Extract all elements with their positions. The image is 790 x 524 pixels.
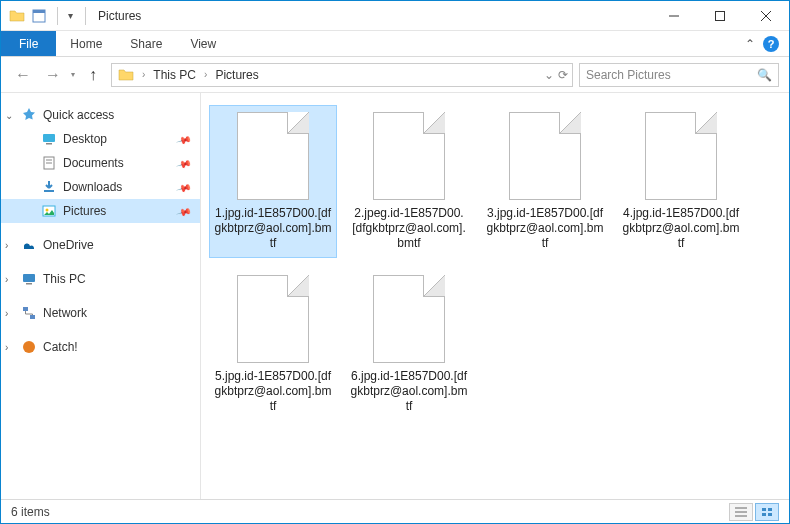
close-button[interactable] <box>743 1 789 31</box>
history-dropdown[interactable]: ▾ <box>71 70 75 79</box>
tab-share[interactable]: Share <box>116 31 176 56</box>
file-name: 4.jpg.id-1E857D00.[dfgkbtprz@aol.com].bm… <box>622 206 740 251</box>
breadcrumb-item-thispc[interactable]: This PC <box>151 68 198 82</box>
documents-icon <box>41 155 57 171</box>
pin-icon: 📌 <box>176 203 192 219</box>
file-icon <box>237 275 309 363</box>
location-folder-icon <box>118 67 134 83</box>
sidebar-quick-access[interactable]: ⌄ Quick access <box>1 103 200 127</box>
breadcrumb[interactable]: › This PC › Pictures ⌄ ⟳ <box>111 63 573 87</box>
pc-icon <box>21 271 37 287</box>
sidebar-item-label: Catch! <box>43 340 78 354</box>
sidebar-item-documents[interactable]: Documents📌 <box>1 151 200 175</box>
expander-icon[interactable]: › <box>5 240 15 251</box>
file-name: 1.jpg.id-1E857D00.[dfgkbtprz@aol.com].bm… <box>214 206 332 251</box>
svg-rect-25 <box>768 513 772 516</box>
content-pane[interactable]: 1.jpg.id-1E857D00.[dfgkbtprz@aol.com].bm… <box>201 93 789 499</box>
sidebar-network[interactable]: › Network <box>1 301 200 325</box>
file-item[interactable]: 6.jpg.id-1E857D00.[dfgkbtprz@aol.com].bm… <box>345 268 473 421</box>
folder-icon <box>9 8 25 24</box>
details-view-button[interactable] <box>729 503 753 521</box>
refresh-icon[interactable]: ⟳ <box>558 68 568 82</box>
file-name: 6.jpg.id-1E857D00.[dfgkbtprz@aol.com].bm… <box>350 369 468 414</box>
svg-rect-23 <box>768 508 772 511</box>
tab-view[interactable]: View <box>176 31 230 56</box>
maximize-button[interactable] <box>697 1 743 31</box>
title-separator <box>85 7 86 25</box>
file-tab[interactable]: File <box>1 31 56 56</box>
svg-rect-1 <box>33 10 45 13</box>
minimize-button[interactable] <box>651 1 697 31</box>
pin-icon: 📌 <box>176 179 192 195</box>
file-icon <box>237 112 309 200</box>
catch-icon <box>21 339 37 355</box>
svg-rect-24 <box>762 513 766 516</box>
network-icon <box>21 305 37 321</box>
file-icon <box>373 275 445 363</box>
sidebar-item-downloads[interactable]: Downloads📌 <box>1 175 200 199</box>
svg-rect-17 <box>30 315 35 319</box>
search-input[interactable] <box>586 68 751 82</box>
forward-button[interactable]: → <box>41 63 65 87</box>
onedrive-icon <box>21 237 37 253</box>
svg-rect-16 <box>23 307 28 311</box>
main: ⌄ Quick access Desktop📌Documents📌Downloa… <box>1 93 789 499</box>
svg-rect-22 <box>762 508 766 511</box>
svg-rect-6 <box>43 134 55 142</box>
svg-rect-7 <box>46 143 52 145</box>
tab-home[interactable]: Home <box>56 31 116 56</box>
pin-icon: 📌 <box>176 131 192 147</box>
file-item[interactable]: 5.jpg.id-1E857D00.[dfgkbtprz@aol.com].bm… <box>209 268 337 421</box>
chevron-right-icon[interactable]: › <box>200 69 211 80</box>
svg-rect-11 <box>44 190 54 192</box>
expander-icon[interactable]: › <box>5 342 15 353</box>
breadcrumb-dropdown-icon[interactable]: ⌄ <box>544 68 554 82</box>
file-name: 3.jpg.id-1E857D00.[dfgkbtprz@aol.com].bm… <box>486 206 604 251</box>
file-item[interactable]: 1.jpg.id-1E857D00.[dfgkbtprz@aol.com].bm… <box>209 105 337 258</box>
sidebar-thispc[interactable]: › This PC <box>1 267 200 291</box>
file-item[interactable]: 3.jpg.id-1E857D00.[dfgkbtprz@aol.com].bm… <box>481 105 609 258</box>
icons-view-button[interactable] <box>755 503 779 521</box>
titlebar: ▾ Pictures <box>1 1 789 31</box>
sidebar-item-label: Desktop <box>63 132 107 146</box>
chevron-right-icon[interactable]: › <box>138 69 149 80</box>
help-icon[interactable]: ? <box>763 36 779 52</box>
expander-icon[interactable]: › <box>5 274 15 285</box>
desktop-icon <box>41 131 57 147</box>
ribbon-collapse-icon[interactable]: ⌃ <box>745 37 755 51</box>
sidebar-item-label: This PC <box>43 272 86 286</box>
sidebar-item-label: Pictures <box>63 204 106 218</box>
file-icon <box>509 112 581 200</box>
file-name: 2.jpeg.id-1E857D00.[dfgkbtprz@aol.com].b… <box>350 206 468 251</box>
pictures-icon <box>41 203 57 219</box>
expander-icon[interactable]: › <box>5 308 15 319</box>
sidebar-item-pictures[interactable]: Pictures📌 <box>1 199 200 223</box>
sidebar-catch[interactable]: › Catch! <box>1 335 200 359</box>
back-button[interactable]: ← <box>11 63 35 87</box>
file-icon <box>645 112 717 200</box>
search-icon: 🔍 <box>757 68 772 82</box>
downloads-icon <box>41 179 57 195</box>
sidebar-item-label: Network <box>43 306 87 320</box>
properties-icon[interactable] <box>31 8 47 24</box>
sidebar-onedrive[interactable]: › OneDrive <box>1 233 200 257</box>
statusbar: 6 items <box>1 499 789 523</box>
breadcrumb-item-pictures[interactable]: Pictures <box>213 68 260 82</box>
svg-rect-3 <box>716 11 725 20</box>
up-button[interactable]: ↑ <box>81 63 105 87</box>
search-box[interactable]: 🔍 <box>579 63 779 87</box>
status-count: 6 items <box>11 505 50 519</box>
expander-icon[interactable]: ⌄ <box>5 110 15 121</box>
file-name: 5.jpg.id-1E857D00.[dfgkbtprz@aol.com].bm… <box>214 369 332 414</box>
qat-customize-arrow[interactable]: ▾ <box>68 10 73 21</box>
svg-rect-15 <box>26 283 32 285</box>
svg-point-13 <box>46 209 49 212</box>
file-item[interactable]: 2.jpeg.id-1E857D00.[dfgkbtprz@aol.com].b… <box>345 105 473 258</box>
sidebar-item-label: OneDrive <box>43 238 94 252</box>
file-item[interactable]: 4.jpg.id-1E857D00.[dfgkbtprz@aol.com].bm… <box>617 105 745 258</box>
svg-rect-14 <box>23 274 35 282</box>
pin-icon: 📌 <box>176 155 192 171</box>
star-icon <box>21 107 37 123</box>
sidebar-item-desktop[interactable]: Desktop📌 <box>1 127 200 151</box>
svg-point-18 <box>23 341 35 353</box>
